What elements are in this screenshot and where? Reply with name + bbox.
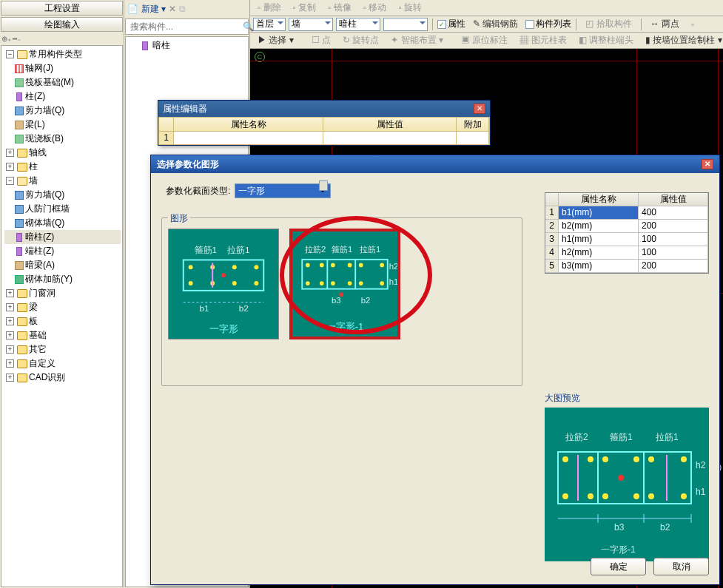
tree-item[interactable]: 现浇板(B): [25, 132, 64, 145]
combo-empty[interactable]: [383, 18, 428, 31]
twisty-icon[interactable]: −: [6, 50, 14, 58]
tree-group[interactable]: 轴线: [29, 146, 47, 159]
component-list-item[interactable]: 暗柱: [126, 37, 248, 54]
dialog-titlebar[interactable]: 选择参数化图形 ✕: [151, 155, 719, 173]
toolbar-row-2: 首层 墙 暗柱 ✓属性 ✎ 编辑钢筋 构件列表 ◰ 拾取构件 ↔ 两点 ▫: [250, 16, 723, 33]
mini-collapse-icon[interactable]: ━₋: [13, 35, 21, 43]
tree-item[interactable]: 梁(L): [25, 118, 45, 131]
tree-group[interactable]: 自定义: [29, 357, 56, 370]
shape-label: 一字形: [169, 322, 278, 336]
tree-item[interactable]: 端柱(Z): [25, 245, 54, 257]
table-row[interactable]: 1b1(mm)400: [545, 206, 708, 220]
mini-expand-icon[interactable]: ⊕₊: [1, 35, 11, 43]
tree-item[interactable]: 筏板基础(M): [25, 76, 74, 89]
tree-group[interactable]: 板: [29, 315, 38, 328]
svg-point-30: [359, 281, 363, 285]
shape-option-1[interactable]: 箍筋1 拉筋1 b1 b2 一字形: [168, 229, 279, 339]
new-button[interactable]: 新建 ▾: [141, 3, 166, 16]
svg-rect-17: [302, 260, 387, 289]
tree-group[interactable]: 梁: [29, 301, 38, 314]
tree-item[interactable]: 暗梁(A): [25, 259, 55, 271]
twisty-icon[interactable]: +: [6, 303, 14, 311]
cancel-button[interactable]: 取消: [653, 558, 709, 575]
search-icon[interactable]: 🔍: [243, 21, 254, 32]
property-editor-window: 属性编辑器 ✕ 属性名称 属性值 附加 1: [158, 100, 491, 146]
folder-icon: [17, 345, 27, 354]
component-tree[interactable]: −常用构件类型 轴网(J) 筏板基础(M) 柱(Z) 剪力墙(Q) 梁(L) 现…: [1, 46, 122, 386]
panel-header-draw[interactable]: 绘图输入: [1, 17, 123, 32]
svg-text:h2: h2: [389, 262, 397, 271]
preview-canvas: 拉筋2 箍筋1 拉筋1 h2 h1 b2 b3 一字形-1: [545, 408, 709, 561]
table-row[interactable]: 5b3(mm)200: [545, 260, 708, 273]
svg-text:b3: b3: [614, 522, 625, 533]
btn-select[interactable]: ▶ 选择 ▾: [253, 33, 298, 48]
tree-group[interactable]: 柱: [29, 160, 38, 173]
tree-group[interactable]: 基础: [29, 329, 47, 342]
tree-item-selected[interactable]: 暗柱(Z): [25, 231, 54, 243]
btn-inplace: ▣ 原位标注: [457, 33, 512, 48]
col-value: 属性值: [639, 193, 708, 206]
twisty-icon[interactable]: +: [6, 317, 14, 325]
dialog-title: 选择参数化图形: [157, 158, 219, 171]
btn-rotate-point: ↻ 旋转点: [338, 33, 383, 48]
tree-item[interactable]: 轴网(J): [25, 62, 53, 75]
twisty-icon[interactable]: +: [6, 149, 14, 157]
combo-floor[interactable]: 首层: [253, 18, 286, 31]
combo-type[interactable]: 暗柱: [336, 18, 380, 31]
twisty-icon[interactable]: +: [6, 331, 14, 339]
shape-option-2-selected[interactable]: 拉筋2 箍筋1 拉筋1 h2 h1 b2 b3 一字形-1: [289, 229, 400, 339]
tree-group[interactable]: 门窗洞: [29, 287, 56, 300]
tree-item[interactable]: 人防门框墙: [25, 203, 70, 215]
type-dropdown[interactable]: 一字形: [235, 183, 331, 198]
tree-group[interactable]: CAD识别: [29, 371, 65, 384]
tree-group[interactable]: 其它: [29, 343, 47, 356]
close-icon[interactable]: ✕: [474, 104, 485, 114]
btn-two-points[interactable]: ↔ 两点: [646, 16, 684, 32]
wall-icon: [15, 107, 24, 115]
twisty-icon[interactable]: +: [6, 374, 14, 382]
combo-category[interactable]: 墙: [289, 18, 333, 31]
btn-point: ☐ 点: [307, 33, 335, 48]
table-row[interactable]: 3h1(mm)100: [545, 233, 708, 246]
tree-root[interactable]: 常用构件类型: [29, 48, 82, 61]
svg-point-49: [562, 493, 568, 499]
col-value[interactable]: 属性值: [323, 118, 457, 131]
twisty-icon[interactable]: +: [6, 359, 14, 368]
tree-item[interactable]: 砌体墙(Q): [25, 217, 64, 229]
tree-item[interactable]: 剪力墙(Q): [25, 104, 64, 117]
dialog-prop-table[interactable]: 属性名称属性值 1b1(mm)400 2b2(mm)200 3h1(mm)100…: [545, 192, 709, 274]
btn-edit-rebar[interactable]: ✎ 编辑钢筋: [468, 16, 522, 32]
ok-button[interactable]: 确定: [591, 558, 646, 575]
tree-item[interactable]: 砌体加筋(Y): [25, 273, 73, 285]
btn-by-wall[interactable]: ▮ 按墙位置绘制柱 ▾: [641, 33, 723, 48]
col-name[interactable]: 属性名称: [174, 118, 323, 131]
svg-point-25: [380, 263, 384, 268]
panel-header-project[interactable]: 工程设置: [1, 1, 123, 16]
prop-row[interactable]: 1: [158, 132, 490, 145]
twisty-icon[interactable]: +: [6, 163, 14, 171]
twisty-icon[interactable]: −: [6, 177, 14, 185]
table-row[interactable]: 2b2(mm)200: [545, 220, 708, 233]
twisty-icon[interactable]: +: [6, 289, 14, 297]
svg-text:拉筋1: 拉筋1: [656, 432, 679, 442]
check-complist[interactable]: 构件列表: [525, 18, 571, 30]
search-field[interactable]: 🔍: [125, 18, 249, 35]
svg-point-47: [648, 456, 654, 462]
property-editor-titlebar[interactable]: 属性编辑器 ✕: [158, 101, 490, 117]
axis-icon: [15, 64, 24, 73]
tree-item[interactable]: 柱(Z): [25, 90, 45, 103]
twisty-icon[interactable]: +: [6, 345, 14, 354]
toolbar-row-3: ▶ 选择 ▾ ☐ 点 ↻ 旋转点 ✦ 智能布置 ▾ ▣ 原位标注 ▦ 图元柱表 …: [250, 33, 723, 49]
svg-point-27: [320, 281, 324, 285]
check-attr[interactable]: ✓属性: [437, 18, 465, 30]
close-icon[interactable]: ✕: [702, 159, 713, 169]
table-row[interactable]: 4h2(mm)100: [545, 246, 708, 260]
col-extra[interactable]: 附加: [457, 118, 489, 131]
tree-group[interactable]: 墙: [29, 175, 38, 187]
search-input[interactable]: [129, 21, 243, 33]
svg-point-26: [306, 281, 310, 285]
delete-icon[interactable]: ✕: [169, 4, 176, 14]
btn-more-1: ▫: [687, 18, 699, 31]
tree-item[interactable]: 剪力墙(Q): [25, 189, 64, 201]
svg-point-31: [380, 281, 384, 285]
